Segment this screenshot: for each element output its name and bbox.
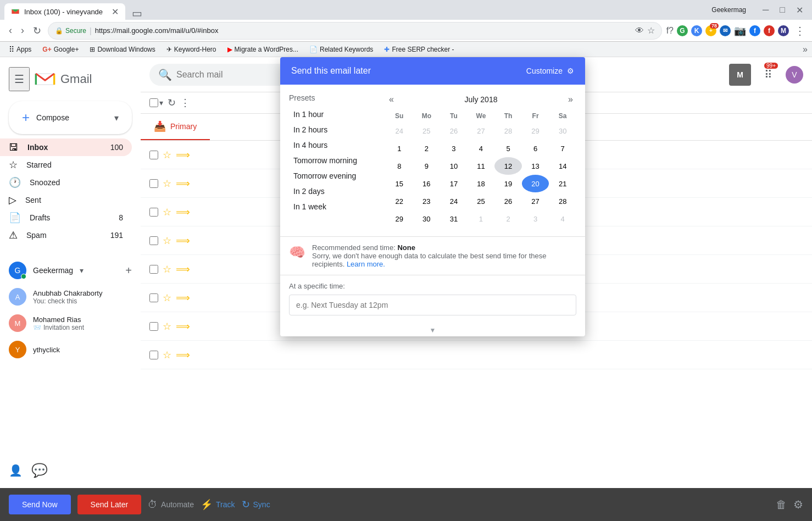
maximize-button[interactable]: □ xyxy=(775,3,789,17)
cal-day[interactable]: 25 xyxy=(468,192,495,210)
cal-day[interactable]: 17 xyxy=(440,175,468,192)
ext-m-icon[interactable]: M xyxy=(778,25,789,36)
delete-button[interactable]: 🗑 xyxy=(776,498,787,511)
email-checkbox[interactable] xyxy=(149,293,158,302)
ext-mail-icon[interactable]: ✉ xyxy=(720,25,731,36)
app-logo-icon[interactable]: M xyxy=(729,64,751,86)
refresh-button[interactable]: ↻ xyxy=(168,97,176,109)
cal-day-today[interactable]: 12 xyxy=(494,157,522,175)
preset-tomorrow-evening[interactable]: Tomorrow evening xyxy=(289,168,377,184)
cal-day[interactable]: 27 xyxy=(468,122,495,140)
track-action[interactable]: ⚡ Track xyxy=(201,498,235,511)
sync-action[interactable]: ↻ Sync xyxy=(242,498,270,511)
star-icon[interactable]: ☆ xyxy=(163,292,171,304)
nav-sent[interactable]: ▷ Sent xyxy=(0,191,132,209)
compose-button[interactable]: + Compose ▾ xyxy=(9,101,132,134)
contact-ythyclick[interactable]: Y ythyclick xyxy=(0,336,141,363)
customize-button[interactable]: Customize ⚙ xyxy=(526,66,574,75)
email-checkbox[interactable] xyxy=(149,151,158,159)
contact-anubhab[interactable]: A Anubhab Chakraborty You: check this xyxy=(0,284,141,310)
user-avatar[interactable]: V xyxy=(786,66,803,84)
contact-mohamed[interactable]: M Mohamed Rias 📨 Invitation sent xyxy=(0,310,141,336)
ext-k-icon[interactable]: K xyxy=(691,25,702,36)
star-icon[interactable]: ☆ xyxy=(163,149,171,161)
more-options-button[interactable]: ⋮ xyxy=(180,97,190,109)
bookmark-google-plus[interactable]: G+ Google+ xyxy=(38,45,83,54)
new-tab-button[interactable]: ▭ xyxy=(127,7,147,20)
star-icon[interactable]: ☆ xyxy=(163,235,171,247)
forward-button[interactable]: › xyxy=(19,23,26,38)
preset-2hours[interactable]: In 2 hours xyxy=(289,122,377,137)
cal-day[interactable]: 29 xyxy=(386,210,413,228)
learn-more-link[interactable]: Learn more. xyxy=(347,260,385,268)
ext-badge-icon[interactable]: + 78 xyxy=(705,25,716,36)
select-all-checkbox[interactable] xyxy=(149,98,158,107)
star-bookmark-icon[interactable]: ☆ xyxy=(647,25,655,36)
cal-day-selected[interactable]: 20 xyxy=(522,175,549,192)
cal-day[interactable]: 1 xyxy=(468,210,495,228)
cal-day[interactable]: 5 xyxy=(494,140,522,157)
bookmark-serp[interactable]: ✚ Free SERP checker - xyxy=(380,45,458,54)
preset-1week[interactable]: In 1 week xyxy=(289,199,377,214)
extensions-icon[interactable]: f? xyxy=(666,26,674,36)
cal-day[interactable]: 26 xyxy=(494,192,522,210)
account-geekermag[interactable]: G Geekermag ▾ + xyxy=(0,257,141,284)
cal-day[interactable]: 6 xyxy=(522,140,549,157)
cal-day[interactable]: 28 xyxy=(494,122,522,140)
cal-day[interactable]: 8 xyxy=(386,157,413,175)
cal-day[interactable]: 22 xyxy=(386,192,413,210)
bookmark-related-keywords[interactable]: 📄 Related Keywords xyxy=(305,45,377,54)
preset-2days[interactable]: In 2 days xyxy=(289,184,377,199)
nav-starred[interactable]: ☆ Starred xyxy=(0,156,132,174)
select-dropdown-icon[interactable]: ▾ xyxy=(159,98,163,107)
cal-day[interactable]: 25 xyxy=(413,122,441,140)
bookmark-windows[interactable]: ⊞ Download Windows xyxy=(85,45,159,54)
url-bar[interactable]: 🔒 Secure | https://mail.google.com/mail/… xyxy=(48,22,662,40)
cal-day[interactable]: 2 xyxy=(413,140,441,157)
star-icon[interactable]: ☆ xyxy=(163,206,171,218)
cal-day[interactable]: 2 xyxy=(494,210,522,228)
preset-4hours[interactable]: In 4 hours xyxy=(289,137,377,153)
cal-day[interactable]: 24 xyxy=(440,192,468,210)
nav-snoozed[interactable]: 🕐 Snoozed xyxy=(0,174,132,191)
star-icon[interactable]: ☆ xyxy=(163,349,171,361)
contacts-icon[interactable]: 👤 xyxy=(9,464,23,477)
cal-day[interactable]: 4 xyxy=(549,210,576,228)
cal-day[interactable]: 14 xyxy=(549,157,576,175)
email-checkbox[interactable] xyxy=(149,208,158,217)
cal-day[interactable]: 31 xyxy=(440,210,468,228)
calendar-prev-button[interactable]: « xyxy=(386,93,397,106)
eye-icon[interactable]: 👁 xyxy=(635,26,644,36)
chrome-menu-icon[interactable]: ⋮ xyxy=(794,24,805,37)
cal-day[interactable]: 21 xyxy=(549,175,576,192)
star-icon[interactable]: ☆ xyxy=(163,178,171,190)
tab-primary[interactable]: 📥 Primary xyxy=(141,114,210,140)
tab-close-button[interactable]: ✕ xyxy=(112,7,119,17)
specific-time-input[interactable] xyxy=(289,295,576,315)
email-checkbox[interactable] xyxy=(149,265,158,274)
send-later-button[interactable]: Send Later xyxy=(77,495,142,514)
cal-day[interactable]: 4 xyxy=(468,140,495,157)
reload-button[interactable]: ↻ xyxy=(31,23,43,39)
star-icon[interactable]: ☆ xyxy=(163,320,171,332)
preset-tomorrow-morning[interactable]: Tomorrow morning xyxy=(289,153,377,168)
email-checkbox[interactable] xyxy=(149,322,158,331)
cal-day[interactable]: 27 xyxy=(522,192,549,210)
bookmark-keyword-hero[interactable]: ✈ Keyword-Hero xyxy=(162,45,221,54)
nav-spam[interactable]: ⚠ Spam 191 xyxy=(0,226,132,244)
ext-facebook-icon[interactable]: f xyxy=(749,25,760,36)
settings-button[interactable]: ⚙ xyxy=(793,498,803,511)
cal-day[interactable]: 3 xyxy=(522,210,549,228)
email-checkbox[interactable] xyxy=(149,179,158,188)
cal-day[interactable]: 18 xyxy=(468,175,495,192)
add-account-button[interactable]: + xyxy=(125,264,132,277)
ext-g-icon[interactable]: G xyxy=(677,25,688,36)
cal-day[interactable]: 30 xyxy=(413,210,441,228)
cal-day[interactable]: 28 xyxy=(549,192,576,210)
cal-day[interactable]: 1 xyxy=(386,140,413,157)
bookmark-apps[interactable]: ⠿ Apps xyxy=(4,44,36,55)
apps-grid-button[interactable]: ⠿ 99+ xyxy=(760,64,777,86)
back-button[interactable]: ‹ xyxy=(7,23,14,38)
cal-day[interactable]: 15 xyxy=(386,175,413,192)
cal-day[interactable]: 23 xyxy=(413,192,441,210)
